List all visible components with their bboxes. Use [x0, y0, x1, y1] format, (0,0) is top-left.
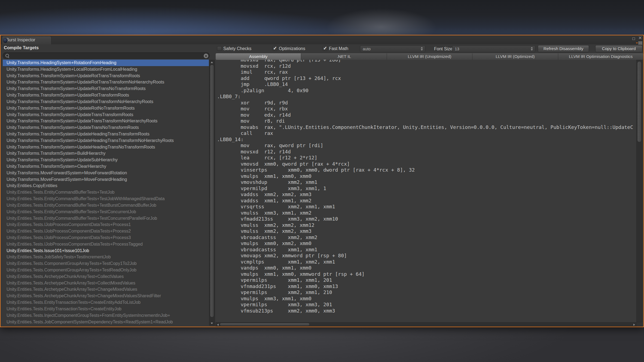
list-item[interactable]: Unity.Transforms.HeadingSystem+LocalRota…	[3, 66, 209, 73]
checkbox-box: ✓	[273, 46, 277, 51]
dropdown-arrows-icon	[531, 47, 533, 51]
scroll-left-arrow-icon[interactable]	[217, 324, 219, 326]
font-size-label: Font Size	[434, 47, 453, 51]
list-item[interactable]: Unity.Transforms.TransformSystem+UpdateR…	[3, 73, 209, 79]
checkmark-icon: ✓	[323, 45, 327, 51]
window-tab-burst-inspector[interactable]: Burst Inspector	[2, 36, 51, 44]
list-item[interactable]: Unity.Transforms.TransformSystem+UpdateS…	[3, 157, 209, 163]
checkbox-label: Optimizations	[279, 46, 305, 51]
fast-math-checkbox[interactable]: ✓ Fast Math	[323, 46, 348, 51]
scrollbar-corner	[636, 322, 642, 327]
window-titlebar: Burst Inspector ✕	[1, 35, 643, 44]
tab-net-il[interactable]: .NET IL	[301, 53, 387, 60]
optimizations-checkbox[interactable]: ✓ Optimizations	[273, 46, 305, 51]
refresh-disassembly-button[interactable]: Refresh Disassembly	[538, 45, 589, 52]
list-item[interactable]: Unity.Transforms.TransformSystem+ClearHi…	[3, 163, 209, 170]
list-item[interactable]: Unity.Transforms.TransformSystem+UpdateR…	[3, 98, 209, 105]
checkbox-label: Fast Math	[329, 46, 348, 51]
burst-inspector-window: Burst Inspector ✕ Compile Targets Unity.…	[0, 35, 644, 327]
copy-to-clipboard-button[interactable]: Copy to Clipboard	[595, 45, 642, 52]
safety-checks-checkbox[interactable]: ✓ Safety Checks	[217, 46, 251, 51]
list-item[interactable]: Unity.Entities.Tests.ArchetypeChunkArray…	[3, 286, 209, 293]
search-input[interactable]	[3, 52, 210, 59]
tab-assembly[interactable]: Assembly	[216, 53, 301, 60]
list-item[interactable]: Unity.Entities.Tests.ArchetypeChunkArray…	[3, 293, 209, 299]
list-item[interactable]: Unity.Transforms.HeadingSystem+RotationF…	[3, 60, 209, 66]
list-item[interactable]: Unity.Entities.Tests.EntityTransactionTe…	[3, 306, 209, 312]
assembly-code-view[interactable]: movsxd rax, qword ptr [r13 + 280] movsxd…	[216, 60, 636, 322]
target-dropdown-value: auto	[363, 47, 371, 51]
list-item[interactable]: Unity.Entities.Tests.EntityCommandBuffer…	[3, 209, 209, 215]
burst-inspector-icon	[3, 38, 8, 43]
background-desktop	[0, 327, 644, 362]
font-size-dropdown[interactable]: 13	[452, 45, 535, 52]
list-item[interactable]: Unity.Entities.Tests.IJobProcessComponen…	[3, 241, 209, 247]
window-tab-title: Burst Inspector	[6, 38, 35, 42]
maximize-icon[interactable]	[632, 38, 635, 40]
search-icon	[5, 54, 9, 57]
list-item[interactable]: Unity.Entities.Tests.ArchetypeChunkArray…	[3, 273, 209, 280]
list-item[interactable]: Unity.Entities.Tests.JobSafetyTests+Test…	[3, 254, 209, 260]
list-item[interactable]: Unity.Entities.Tests.EntityTransactionTe…	[3, 299, 209, 306]
list-item[interactable]: Unity.Entities.Tests.EntityCommandBuffer…	[3, 196, 209, 202]
background-editor-blur	[0, 0, 644, 35]
tab-llvm-ir-unoptimized[interactable]: LLVM IR (Unoptimized)	[387, 53, 472, 60]
list-item[interactable]: Unity.Transforms.TransformSystem+UpdateH…	[3, 131, 209, 137]
list-item[interactable]: Unity.Transforms.TransformSystem+UpdateR…	[3, 85, 209, 92]
assembly-code-text: movsxd rax, qword ptr [r13 + 280] movsxd…	[216, 60, 636, 314]
compile-target-scrollbar[interactable]	[209, 60, 215, 326]
checkmark-icon: ✓	[273, 45, 277, 51]
tab-llvm-ir-optimized[interactable]: LLVM IR (Optimized)	[472, 53, 558, 60]
list-item[interactable]: Unity.Entities.Tests.ArchetypeChunkArray…	[3, 280, 209, 286]
list-item[interactable]: Unity.Transforms.TransformSystem+UpdateH…	[3, 144, 209, 150]
list-item[interactable]: Unity.Entities.Tests.IJobProcessComponen…	[3, 221, 209, 228]
view-tabstrip: Assembly.NET ILLLVM IR (Unoptimized)LLVM…	[216, 53, 643, 60]
scrollbar-thumb[interactable]	[637, 61, 642, 142]
toolbar: ✓ Safety Checks ✓ Optimizations ✓ Fast M…	[216, 44, 643, 53]
target-dropdown[interactable]: auto	[360, 45, 425, 52]
list-item[interactable]: Unity.Entities.Tests.Issue101+Issue101Jo…	[3, 247, 209, 254]
list-item[interactable]: Unity.Entities.Tests.IJobProcessComponen…	[3, 234, 209, 241]
list-item[interactable]: Unity.Transforms.TransformSystem+UpdateR…	[3, 79, 209, 85]
list-item[interactable]: Unity.Transforms.TransformSystem+UpdateH…	[3, 137, 209, 144]
list-item[interactable]: Unity.Entities.Tests.InjectComponentGrou…	[3, 312, 209, 319]
list-item[interactable]: Unity.Entities.CopyEntities	[3, 182, 209, 189]
list-item[interactable]: Unity.Entities.Tests.ComponentGroupArray…	[3, 267, 209, 273]
list-item[interactable]: Unity.Transforms.TransformSystem+BuildHi…	[3, 150, 209, 157]
list-item[interactable]: Unity.Transforms.TransformSystem+UpdateR…	[3, 92, 209, 98]
chevron-down-icon	[636, 42, 638, 44]
search-clear-icon[interactable]	[204, 54, 208, 58]
scroll-up-arrow-icon[interactable]	[211, 61, 213, 63]
list-item[interactable]: Unity.Entities.Tests.IJobProcessComponen…	[3, 228, 209, 234]
scrollbar-thumb[interactable]	[210, 64, 214, 317]
compile-targets-header: Compile Targets	[4, 45, 39, 50]
scroll-right-arrow-icon[interactable]	[633, 324, 635, 326]
code-horizontal-scrollbar[interactable]	[216, 322, 636, 327]
list-item[interactable]: Unity.Transforms.TransformSystem+UpdateT…	[3, 112, 209, 118]
checkbox-box: ✓	[217, 46, 222, 51]
code-vertical-scrollbar[interactable]	[636, 60, 642, 322]
list-item[interactable]: Unity.Entities.Tests.JobComponentSystemD…	[3, 319, 209, 325]
list-item[interactable]: Unity.Transforms.MoveForwardSystem+MoveF…	[3, 176, 209, 183]
scroll-down-arrow-icon[interactable]	[211, 323, 213, 324]
checkbox-box: ✓	[323, 46, 327, 51]
list-item[interactable]: Unity.Entities.Tests.EntityCommandBuffer…	[3, 215, 209, 222]
close-icon[interactable]: ✕	[638, 36, 642, 40]
list-item[interactable]: Unity.Transforms.TransformSystem+UpdateT…	[3, 124, 209, 131]
list-item[interactable]: Unity.Transforms.TransformSystem+UpdateT…	[3, 118, 209, 124]
scrollbar-thumb[interactable]	[220, 323, 310, 326]
tab-llvm-ir-optimisation-diagnostics[interactable]: LLVM IR Optimisation Diagnostics	[558, 53, 643, 60]
list-item[interactable]: Unity.Entities.Tests.EntityCommandBuffer…	[3, 189, 209, 196]
list-item[interactable]: Unity.Entities.Tests.ComponentGroupArray…	[3, 260, 209, 267]
list-item[interactable]: Unity.Entities.Tests.EntityCommandBuffer…	[3, 202, 209, 209]
checkbox-label: Safety Checks	[223, 46, 251, 51]
dropdown-arrows-icon	[421, 47, 423, 51]
list-item[interactable]: Unity.Transforms.MoveForwardSystem+MoveF…	[3, 170, 209, 176]
compile-target-list: Unity.Transforms.HeadingSystem+RotationF…	[3, 60, 209, 326]
list-item[interactable]: Unity.Transforms.TransformSystem+UpdateR…	[3, 105, 209, 112]
font-size-dropdown-value: 13	[455, 47, 459, 51]
